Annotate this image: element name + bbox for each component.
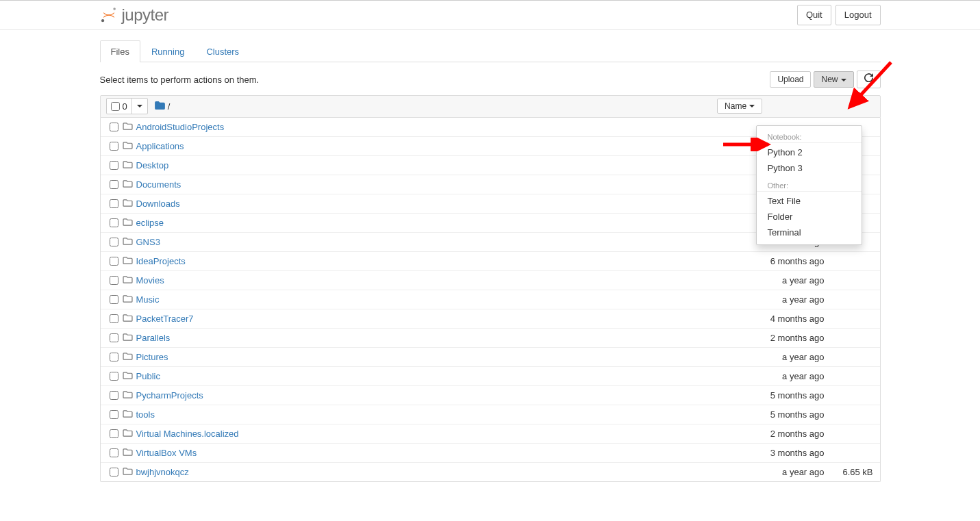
action-hint: Select items to perform actions on them.	[100, 75, 260, 85]
row-checkbox[interactable]	[106, 314, 123, 323]
table-row: Moviesa year ago	[101, 270, 880, 290]
logout-button[interactable]: Logout	[835, 5, 881, 25]
folder-icon	[123, 179, 136, 190]
tab-running[interactable]: Running	[140, 40, 195, 62]
item-link[interactable]: bwjhjvnokqcz	[136, 467, 189, 477]
item-modified: 6 months ago	[693, 256, 830, 266]
caret-down-icon	[749, 105, 755, 107]
item-link[interactable]: PacketTracer7	[136, 314, 194, 324]
row-checkbox[interactable]	[106, 353, 123, 361]
table-row: tools5 months ago	[101, 405, 880, 424]
item-link[interactable]: Documents	[136, 179, 181, 190]
item-link[interactable]: Applications	[136, 141, 184, 151]
tab-clusters[interactable]: Clusters	[195, 40, 250, 62]
row-checkbox[interactable]	[106, 123, 123, 131]
selected-count: 0	[123, 101, 127, 112]
item-link[interactable]: tools	[136, 409, 155, 420]
new-other-folder[interactable]: Folder	[757, 209, 862, 225]
select-all-checkbox[interactable]: 0	[107, 99, 131, 114]
folder-icon[interactable]	[155, 101, 165, 112]
sort-name[interactable]: Name	[717, 99, 762, 114]
row-checkbox[interactable]	[106, 257, 123, 266]
item-link[interactable]: Downloads	[136, 199, 180, 209]
item-link[interactable]: Parallels	[136, 333, 171, 343]
svg-point-1	[101, 19, 103, 22]
tab-files[interactable]: Files	[100, 40, 140, 62]
row-checkbox[interactable]	[106, 142, 123, 151]
item-link[interactable]: Music	[136, 294, 160, 305]
table-row: IdeaProjects6 months ago	[101, 251, 880, 270]
item-link[interactable]: Desktop	[136, 160, 169, 170]
new-notebook-python-2[interactable]: Python 2	[757, 144, 862, 160]
row-checkbox[interactable]	[106, 468, 123, 476]
item-link[interactable]: PycharmProjects	[136, 390, 203, 401]
select-type-dropdown[interactable]	[131, 99, 147, 114]
quit-button[interactable]: Quit	[797, 5, 831, 25]
new-button[interactable]: New	[814, 71, 853, 88]
new-dropdown-menu: Notebook: Python 2Python 3 Other: Text F…	[756, 125, 862, 245]
row-checkbox[interactable]	[106, 429, 123, 438]
table-row: PycharmProjects5 months ago	[101, 385, 880, 405]
header-divider	[0, 29, 980, 30]
toolbar: Select items to perform actions on them.…	[100, 62, 881, 95]
table-row: Parallels2 months ago	[101, 328, 880, 347]
item-link[interactable]: Public	[136, 371, 160, 381]
upload-button[interactable]: Upload	[770, 71, 811, 88]
folder-icon	[123, 314, 136, 324]
table-row: Picturesa year ago	[101, 347, 880, 366]
row-checkbox[interactable]	[106, 372, 123, 381]
row-checkbox[interactable]	[106, 448, 123, 457]
folder-icon	[123, 237, 136, 247]
tabs-bar: FilesRunningClusters	[100, 36, 881, 62]
folder-icon	[123, 122, 136, 132]
dropdown-header-notebook: Notebook:	[757, 130, 862, 143]
folder-icon	[123, 275, 136, 285]
item-link[interactable]: VirtualBox VMs	[136, 448, 197, 458]
new-other-text-file[interactable]: Text File	[757, 193, 862, 209]
row-checkbox[interactable]	[106, 218, 123, 227]
row-checkbox[interactable]	[106, 391, 123, 400]
jupyter-logo[interactable]: jupyter	[100, 5, 169, 25]
tabs: FilesRunningClusters	[100, 40, 251, 62]
new-other-terminal[interactable]: Terminal	[757, 225, 862, 240]
item-modified: 4 months ago	[693, 314, 830, 324]
refresh-button[interactable]	[857, 71, 881, 88]
row-checkbox[interactable]	[106, 199, 123, 208]
item-link[interactable]: Pictures	[136, 352, 168, 362]
folder-icon	[123, 390, 136, 401]
brand-name: jupyter	[122, 5, 169, 25]
folder-icon	[123, 160, 136, 170]
item-link[interactable]: eclipse	[136, 218, 164, 228]
item-modified: 3 months ago	[693, 448, 830, 458]
breadcrumb-root[interactable]: /	[168, 101, 171, 112]
item-link[interactable]: AndroidStudioProjects	[136, 122, 225, 132]
table-row: bwjhjvnokqcza year ago6.65 kB	[101, 462, 880, 481]
item-modified: 2 months ago	[693, 429, 830, 439]
row-checkbox[interactable]	[106, 238, 123, 246]
folder-icon	[123, 141, 136, 151]
row-checkbox[interactable]	[106, 295, 123, 304]
header: jupyter Quit Logout	[100, 2, 881, 29]
row-checkbox[interactable]	[106, 410, 123, 419]
item-link[interactable]: Virtual Machines.localized	[136, 429, 239, 439]
item-link[interactable]: Movies	[136, 275, 164, 285]
row-checkbox[interactable]	[106, 180, 123, 189]
table-row: Virtual Machines.localized2 months ago	[101, 424, 880, 443]
select-all-input[interactable]	[111, 102, 120, 111]
sort-name-label: Name	[725, 101, 746, 111]
select-all-group: 0	[106, 98, 148, 114]
row-checkbox[interactable]	[106, 161, 123, 170]
folder-icon	[123, 429, 136, 439]
row-checkbox[interactable]	[106, 276, 123, 285]
table-row: Musica year ago	[101, 290, 880, 309]
header-buttons: Quit Logout	[797, 5, 881, 25]
row-checkbox[interactable]	[106, 333, 123, 342]
item-modified: 2 months ago	[693, 333, 830, 343]
item-link[interactable]: GNS3	[136, 237, 160, 247]
item-modified: 5 months ago	[693, 390, 830, 401]
table-row: PacketTracer74 months ago	[101, 309, 880, 328]
dropdown-header-other: Other:	[757, 179, 862, 192]
new-notebook-python-3[interactable]: Python 3	[757, 160, 862, 176]
item-link[interactable]: IdeaProjects	[136, 256, 186, 266]
folder-icon	[123, 199, 136, 209]
